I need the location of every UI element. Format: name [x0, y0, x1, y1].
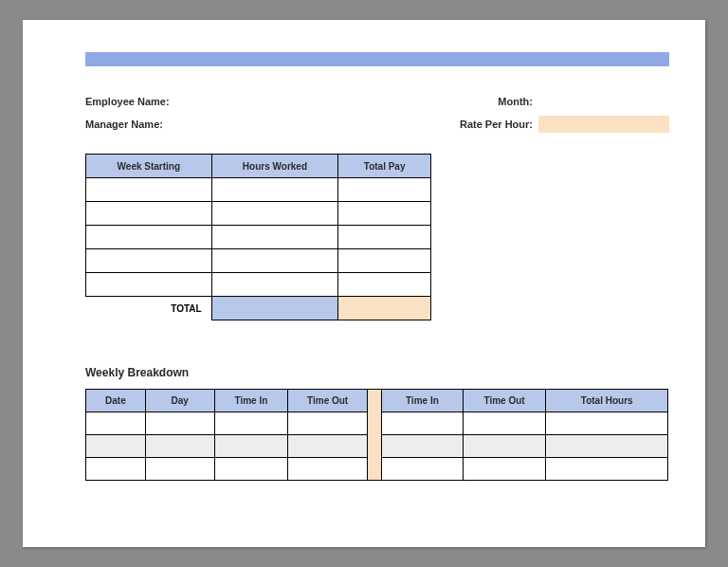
cell-day[interactable]: [145, 435, 214, 458]
col-day: Day: [145, 390, 214, 412]
summary-header-row: Week Starting Hours Worked Total Pay: [86, 155, 431, 178]
cell-hours-worked[interactable]: [211, 249, 338, 273]
cell-time-in-2[interactable]: [382, 435, 464, 458]
cell-total-pay[interactable]: [338, 178, 431, 202]
col-time-in-2: Time In: [382, 390, 464, 412]
row-manager: Manager Name: Rate Per Hour:: [85, 116, 669, 133]
weekly-breakdown-table: Date Day Time In Time Out: [85, 389, 669, 481]
total-label: TOTAL: [86, 297, 212, 320]
weekly-left-table: Date Day Time In Time Out: [85, 389, 368, 481]
cell-time-in-1[interactable]: [214, 412, 288, 435]
cell-time-in-1[interactable]: [214, 435, 288, 458]
col-time-in-1: Time In: [214, 390, 288, 412]
cell-hours-worked[interactable]: [211, 178, 338, 202]
timesheet-page: Employee Name: Month: Manager Name: Rate…: [23, 20, 705, 547]
monthly-summary-table: Week Starting Hours Worked Total Pay: [85, 154, 431, 320]
cell-day[interactable]: [145, 412, 214, 435]
row-employee: Employee Name: Month:: [85, 93, 669, 110]
col-time-out-1: Time Out: [288, 390, 368, 412]
employee-name-label: Employee Name:: [85, 96, 170, 107]
col-week-starting: Week Starting: [86, 155, 212, 178]
cell-total-hours[interactable]: [546, 435, 668, 458]
col-date: Date: [86, 390, 146, 412]
cell-time-in-2[interactable]: [382, 458, 464, 481]
weekly-row: [86, 435, 368, 458]
cell-time-out-1[interactable]: [288, 412, 368, 435]
weekly-row: [86, 412, 368, 435]
cell-time-in-2[interactable]: [382, 412, 464, 435]
cell-hours-worked[interactable]: [211, 202, 338, 226]
cell-total-pay[interactable]: [338, 226, 431, 249]
cell-week-starting[interactable]: [86, 202, 212, 226]
weekly-row: [382, 458, 668, 481]
cell-hours-worked[interactable]: [211, 226, 338, 249]
weekly-row: [382, 412, 668, 435]
cell-week-starting[interactable]: [86, 226, 212, 249]
cell-total-hours[interactable]: [546, 412, 668, 435]
col-time-out-2: Time Out: [463, 390, 546, 412]
header-bar: [85, 52, 669, 66]
cell-time-out-2[interactable]: [463, 412, 546, 435]
summary-row: [86, 202, 431, 226]
cell-time-in-1[interactable]: [214, 458, 288, 481]
row-rate-right: Rate Per Hour:: [460, 116, 669, 133]
total-hours-worked: [211, 297, 338, 320]
col-total-hours: Total Hours: [546, 390, 668, 412]
cell-total-pay[interactable]: [338, 202, 431, 226]
weekly-right-table: Time In Time Out Total Hours: [381, 389, 668, 481]
weekly-gap-column: [368, 389, 381, 481]
month-label: Month:: [498, 96, 533, 107]
total-pay: [338, 297, 431, 320]
cell-hours-worked[interactable]: [211, 273, 338, 297]
summary-total-row: TOTAL: [86, 297, 431, 320]
summary-row: [86, 226, 431, 249]
cell-date[interactable]: [86, 412, 146, 435]
weekly-header-row: Date Day Time In Time Out: [86, 390, 368, 412]
rate-per-hour-label: Rate Per Hour:: [460, 119, 533, 130]
cell-total-pay[interactable]: [338, 249, 431, 273]
cell-week-starting[interactable]: [86, 178, 212, 202]
cell-time-out-2[interactable]: [463, 458, 546, 481]
weekly-breakdown-title: Weekly Breakdown: [85, 366, 669, 379]
cell-time-out-2[interactable]: [463, 435, 546, 458]
cell-total-hours[interactable]: [546, 458, 668, 481]
cell-day[interactable]: [145, 458, 214, 481]
cell-date[interactable]: [86, 435, 146, 458]
cell-week-starting[interactable]: [86, 249, 212, 273]
row-month-right: Month:: [498, 93, 669, 110]
summary-row: [86, 273, 431, 297]
weekly-row: [382, 435, 668, 458]
col-hours-worked: Hours Worked: [211, 155, 338, 178]
rate-per-hour-field[interactable]: [538, 116, 669, 133]
cell-time-out-1[interactable]: [288, 435, 368, 458]
manager-name-label: Manager Name:: [85, 119, 163, 130]
summary-row: [86, 178, 431, 202]
cell-time-out-1[interactable]: [288, 458, 368, 481]
weekly-row: [86, 458, 368, 481]
cell-date[interactable]: [86, 458, 146, 481]
cell-week-starting[interactable]: [86, 273, 212, 297]
summary-row: [86, 249, 431, 273]
cell-total-pay[interactable]: [338, 273, 431, 297]
month-field[interactable]: [538, 93, 669, 110]
col-total-pay: Total Pay: [338, 155, 431, 178]
weekly-header-row: Time In Time Out Total Hours: [382, 390, 668, 412]
